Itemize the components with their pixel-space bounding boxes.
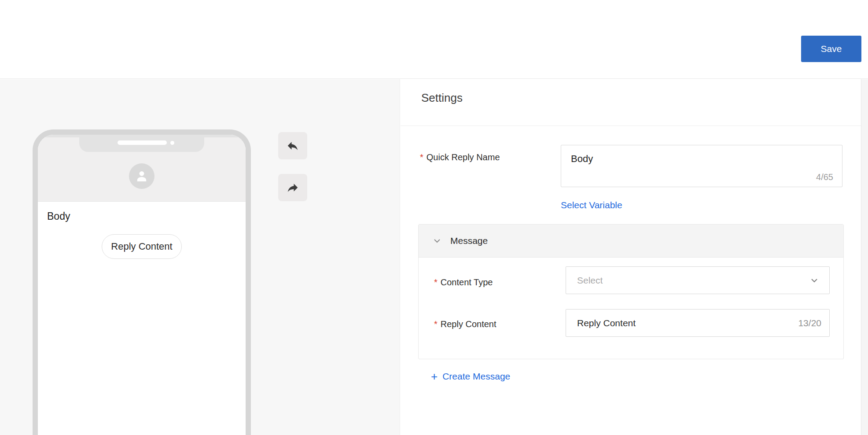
select-variable-link[interactable]: Select Variable	[561, 200, 622, 210]
create-message-link[interactable]: + Create Message	[431, 371, 510, 382]
plus-icon: +	[431, 371, 438, 382]
phone-mockup: Body Reply Content	[33, 129, 251, 435]
phone-camera-dot	[170, 141, 174, 145]
reply-content-label-text: Reply Content	[441, 319, 497, 329]
preview-body-text: Body	[47, 210, 70, 222]
create-message-label: Create Message	[442, 371, 510, 382]
phone-screen: Body Reply Content	[38, 135, 246, 435]
reply-content-value: Reply Content	[577, 318, 636, 328]
phone-chat-header	[38, 135, 246, 202]
preview-reply-content-pill[interactable]: Reply Content	[102, 234, 182, 259]
message-section-card: Message *Content Type Select *Reply Cont…	[418, 224, 844, 359]
divider	[401, 125, 861, 126]
avatar	[129, 163, 154, 189]
person-icon	[134, 168, 150, 184]
quick-reply-name-label: *Quick Reply Name	[420, 152, 500, 162]
quick-reply-name-input[interactable]: Body 4/65	[561, 145, 842, 187]
chevron-down-icon	[432, 236, 442, 246]
required-asterisk: *	[420, 152, 423, 162]
message-section-title: Message	[450, 236, 488, 246]
redo-icon	[286, 181, 299, 194]
quick-reply-name-value: Body	[571, 153, 593, 165]
content-type-label-text: Content Type	[441, 277, 493, 287]
content-type-select[interactable]: Select	[566, 266, 830, 294]
message-section-header[interactable]: Message	[419, 225, 843, 258]
content-type-placeholder: Select	[577, 275, 603, 286]
save-button[interactable]: Save	[801, 36, 861, 62]
quick-reply-name-label-text: Quick Reply Name	[427, 152, 500, 162]
chevron-down-icon	[809, 275, 820, 286]
undo-button[interactable]	[278, 132, 307, 159]
phone-speaker	[118, 140, 167, 145]
content-type-label: *Content Type	[434, 277, 493, 288]
settings-panel: Settings *Quick Reply Name Body 4/65 Sel…	[401, 79, 861, 435]
reply-content-input[interactable]: Reply Content 13/20	[566, 309, 830, 337]
preview-panel: Body Reply Content	[0, 79, 400, 435]
scrollbar-gutter[interactable]	[861, 79, 868, 435]
required-asterisk: *	[434, 277, 438, 287]
reply-content-label: *Reply Content	[434, 319, 497, 329]
quick-reply-name-char-counter: 4/65	[816, 172, 833, 182]
undo-icon	[286, 139, 299, 152]
required-asterisk: *	[434, 319, 438, 329]
redo-button[interactable]	[278, 174, 307, 201]
phone-notch	[79, 135, 204, 152]
top-bar: Save	[0, 0, 868, 79]
reply-content-char-counter: 13/20	[798, 318, 821, 328]
settings-title: Settings	[421, 91, 463, 105]
